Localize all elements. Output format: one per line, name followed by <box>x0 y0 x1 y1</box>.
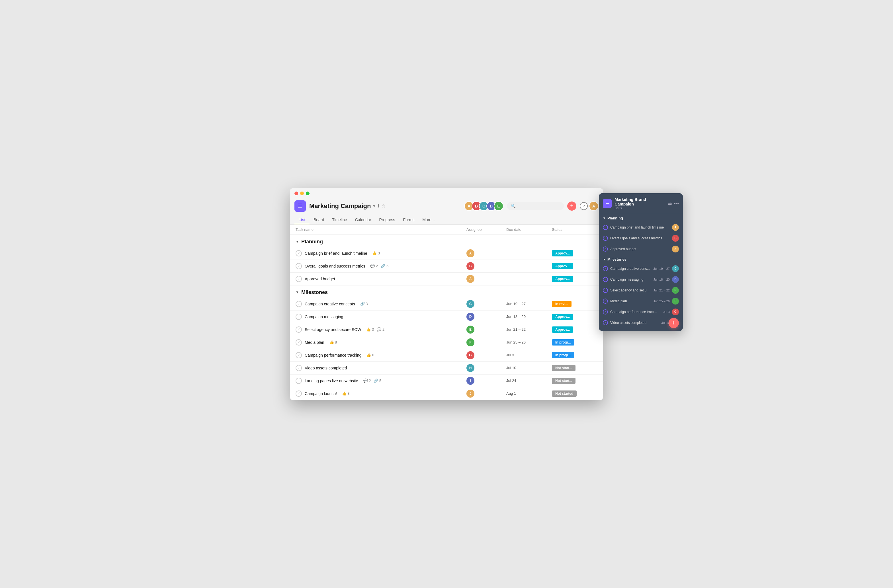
avatar: A <box>466 275 474 283</box>
side-task-row[interactable]: ✓ Media plan Jun 25 – 26 F <box>599 296 683 306</box>
assignee-cell: D <box>466 313 506 321</box>
table-row[interactable]: ✓ Campaign creative concepts 🔗 3 C Jun 1… <box>290 298 603 310</box>
side-task-name: Campaign creative conc... <box>610 267 651 271</box>
check-icon[interactable]: ✓ <box>296 301 302 307</box>
table-row[interactable]: ✓ Video assets completed H Jul 10 Not st… <box>290 362 603 375</box>
status-cell: Not start... <box>552 378 597 384</box>
side-task-row[interactable]: ✓ Campaign performance track... Jul 3 G <box>599 306 683 317</box>
add-button[interactable]: + <box>567 201 576 211</box>
help-button[interactable]: ? <box>580 202 588 210</box>
avatar: B <box>466 262 474 270</box>
check-icon[interactable]: ✓ <box>296 327 302 333</box>
status-badge: In progr... <box>552 352 574 358</box>
side-task-name: Campaign messaging <box>610 278 651 282</box>
avatar: I <box>466 377 474 385</box>
check-icon[interactable]: ✓ <box>296 365 302 371</box>
table-row[interactable]: ✓ Select agency and secure SOW 👍 3 💬 2 E… <box>290 323 603 336</box>
side-task-row[interactable]: ✓ Campaign messaging Jun 18 – 20 D <box>599 274 683 285</box>
maximize-button[interactable] <box>306 192 310 195</box>
status-badge: Approv... <box>552 263 573 269</box>
table-row[interactable]: ✓ Campaign performance tracking 👍 8 G Ju… <box>290 349 603 362</box>
close-button[interactable] <box>295 192 298 195</box>
task-name-cell: ✓ Landing pages live on website 💬 2 🔗 5 <box>296 378 466 384</box>
user-avatar[interactable]: A <box>589 201 598 211</box>
dropdown-icon[interactable]: ▾ <box>373 203 375 208</box>
more-icon[interactable]: ••• <box>674 201 679 206</box>
tab-timeline[interactable]: Timeline <box>328 215 351 224</box>
check-icon[interactable]: ✓ <box>296 378 302 384</box>
app-icon: ☰ <box>295 200 306 212</box>
table-row[interactable]: ✓ Campaign messaging D Jun 18 – 20 Appro… <box>290 310 603 323</box>
avatar: B <box>672 235 679 242</box>
meta-links: 🔗 5 <box>381 264 388 268</box>
minimize-button[interactable] <box>300 192 304 195</box>
tab-forms[interactable]: Forms <box>399 215 419 224</box>
task-name: Landing pages live on website <box>305 378 358 383</box>
tab-calendar[interactable]: Calendar <box>351 215 375 224</box>
avatar: J <box>466 390 474 398</box>
avatar: D <box>672 276 679 283</box>
avatar: C <box>466 300 474 308</box>
side-panel: ☰ Marketing Brand Campaign List ▾ ⇄ ••• … <box>599 193 683 331</box>
table-row[interactable]: ✓ Approved budget A Approv... <box>290 273 603 285</box>
dropdown-icon[interactable]: ▾ <box>621 206 622 210</box>
side-task-row[interactable]: ✓ Campaign brief and launch timeline A <box>599 222 683 233</box>
check-icon[interactable]: ✓ <box>296 314 302 320</box>
arrow-icon[interactable]: ▼ <box>603 258 606 261</box>
status-cell: Not started <box>552 390 597 397</box>
table-row[interactable]: ✓ Campaign launch! 👍 8 J Aug 1 Not start… <box>290 387 603 400</box>
collapse-arrow[interactable]: ▼ <box>296 240 299 244</box>
collapse-arrow[interactable]: ▼ <box>296 290 299 294</box>
avatar: F <box>672 298 679 304</box>
status-cell: Approv... <box>552 314 597 320</box>
assignee-cell: G <box>466 351 506 359</box>
table-row[interactable]: ✓ Media plan 👍 8 F Jun 25 – 26 In progr.… <box>290 336 603 349</box>
side-task-name: Video assets completed <box>610 321 659 325</box>
check-icon[interactable]: ✓ <box>296 390 302 397</box>
status-badge: Not start... <box>552 378 576 384</box>
side-check-icon: ✓ <box>603 277 608 282</box>
col-assignee: Assignee <box>466 227 506 232</box>
table-row[interactable]: ✓ Overall goals and success metrics 💬 2 … <box>290 260 603 273</box>
meta-likes: 👍 3 <box>372 251 380 255</box>
tab-list[interactable]: List <box>295 215 310 224</box>
tab-progress[interactable]: Progress <box>375 215 399 224</box>
nav-tabs: List Board Timeline Calendar Progress Fo… <box>295 215 598 224</box>
status-cell: In progr... <box>552 339 597 345</box>
search-input[interactable] <box>518 204 558 208</box>
side-task-row[interactable]: ✓ Campaign creative conc... Jun 19 – 27 … <box>599 263 683 274</box>
assignee-cell: E <box>466 326 506 333</box>
tab-board[interactable]: Board <box>310 215 328 224</box>
check-icon[interactable]: ✓ <box>296 339 302 345</box>
task-name: Media plan <box>305 340 324 345</box>
meta-likes: 👍 8 <box>329 340 337 344</box>
table-row[interactable]: ✓ Campaign brief and launch timeline 👍 3… <box>290 247 603 260</box>
check-icon[interactable]: ✓ <box>296 276 302 282</box>
tab-more[interactable]: More... <box>418 215 439 224</box>
fab-add-button[interactable]: + <box>669 318 679 328</box>
info-icon[interactable]: ℹ <box>377 203 379 208</box>
avatar: A <box>672 224 679 231</box>
assignee-cell: C <box>466 300 506 308</box>
section-label: Planning <box>607 216 623 220</box>
status-cell: Approv... <box>552 276 597 282</box>
assignee-cell: B <box>466 262 506 270</box>
filter-icon[interactable]: ⇄ <box>668 201 672 206</box>
section-title: Planning <box>301 239 323 245</box>
check-icon[interactable]: ✓ <box>296 352 302 358</box>
side-task-name: Overall goals and success metrics <box>610 236 670 240</box>
check-icon[interactable]: ✓ <box>296 263 302 269</box>
arrow-icon[interactable]: ▼ <box>603 217 606 220</box>
check-icon[interactable]: ✓ <box>296 250 302 256</box>
star-icon[interactable]: ☆ <box>382 203 386 208</box>
side-task-row[interactable]: ✓ Approved budget A <box>599 244 683 255</box>
header-right: A B C D E 🔍 + ? A <box>464 201 598 211</box>
table-row[interactable]: ✓ Landing pages live on website 💬 2 🔗 5 … <box>290 375 603 387</box>
content-area: Task name Assignee Due date Status ▼ Pla… <box>290 225 603 400</box>
status-badge: In progr... <box>552 339 574 345</box>
meta-links: 🔗 5 <box>374 378 381 383</box>
side-task-row[interactable]: ✓ Overall goals and success metrics B <box>599 233 683 244</box>
side-check-icon: ✓ <box>603 288 608 293</box>
side-task-row[interactable]: ✓ Select agency and secu... Jun 21 – 22 … <box>599 285 683 296</box>
side-task-date: Jun 19 – 27 <box>654 267 670 270</box>
